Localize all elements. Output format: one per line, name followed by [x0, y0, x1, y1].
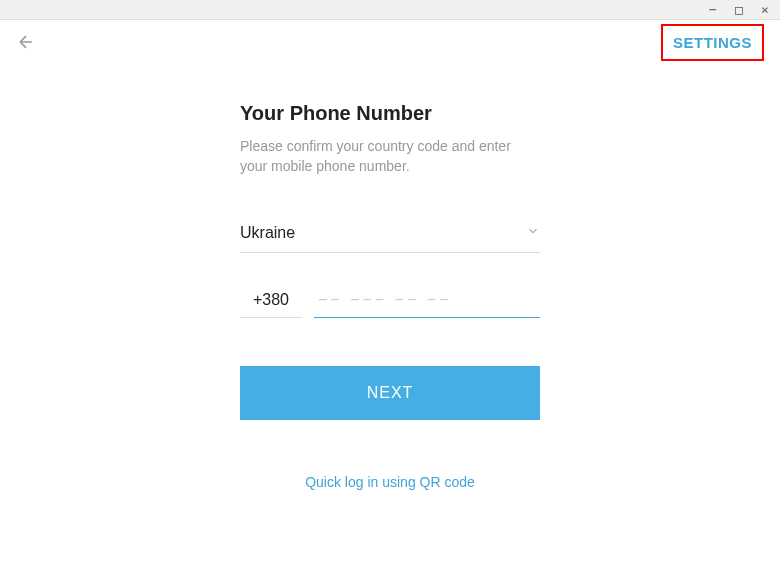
back-button[interactable]: [16, 32, 36, 52]
country-select[interactable]: Ukraine: [240, 224, 540, 253]
page-subtitle: Please confirm your country code and ent…: [240, 137, 540, 176]
arrow-left-icon: [16, 32, 36, 52]
window-titlebar: − □ ×: [0, 0, 780, 20]
maximize-button[interactable]: □: [732, 3, 746, 16]
country-code-input[interactable]: [240, 283, 302, 318]
next-button[interactable]: NEXT: [240, 366, 540, 420]
chevron-down-icon: [526, 224, 540, 242]
qr-login-link[interactable]: Quick log in using QR code: [240, 474, 540, 490]
phone-number-input[interactable]: [314, 283, 540, 318]
minimize-button[interactable]: −: [706, 3, 720, 16]
settings-button[interactable]: SETTINGS: [661, 24, 764, 61]
close-button[interactable]: ×: [758, 3, 772, 16]
page-title: Your Phone Number: [240, 102, 540, 125]
phone-input-row: [240, 283, 540, 318]
main-content: Your Phone Number Please confirm your co…: [0, 64, 780, 490]
country-name: Ukraine: [240, 224, 295, 242]
app-header: SETTINGS: [0, 20, 780, 64]
